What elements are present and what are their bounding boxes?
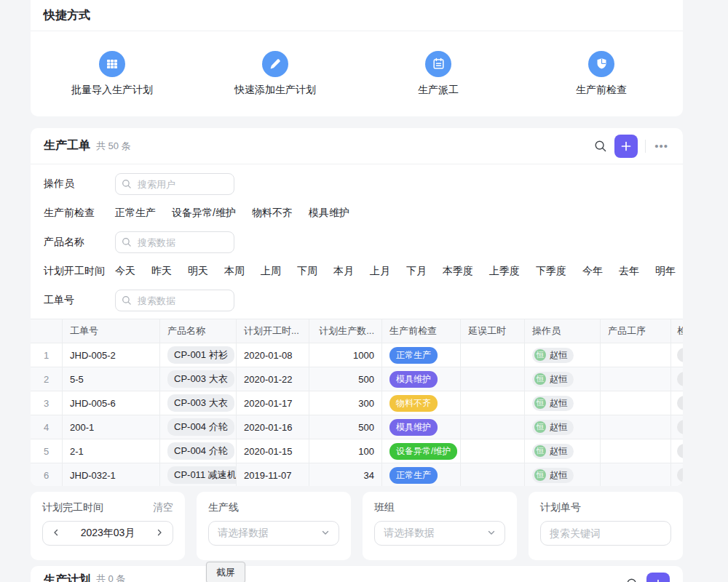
shortcut-quick-add[interactable]: 快速添加生产计划: [194, 31, 357, 116]
operator-name: 赵恒: [550, 421, 567, 434]
col-delay: 延误工时: [461, 319, 525, 343]
precheck-status-badge: 模具维护: [389, 419, 438, 436]
chevron-right-icon[interactable]: [155, 527, 164, 539]
order-no-search-input[interactable]: [115, 290, 234, 311]
select-placeholder: 请选择数据: [384, 527, 435, 540]
cell-product: CP-004 介轮: [160, 415, 237, 439]
filter-option[interactable]: 去年: [619, 265, 639, 278]
filter-option[interactable]: 上周: [261, 265, 281, 278]
filter-option[interactable]: 下月: [406, 265, 427, 278]
search-icon: [122, 179, 132, 189]
shortcut-label: 生产派工: [418, 84, 459, 97]
filter-option[interactable]: 上月: [370, 265, 390, 278]
add-button[interactable]: [614, 135, 638, 158]
filter-option[interactable]: 本季度: [443, 265, 473, 278]
production-plan-count: 共 0 条: [96, 573, 125, 582]
avatar: [677, 444, 683, 458]
divider: [645, 140, 646, 153]
filter-label: 操作员: [44, 178, 115, 191]
product-tag: CP-001 衬衫: [167, 346, 234, 364]
add-button[interactable]: [646, 573, 670, 582]
chevron-down-icon: [487, 527, 496, 539]
avatar: 恒: [534, 373, 546, 385]
shortcut-batch-import[interactable]: 批量导入生产计划: [31, 31, 194, 116]
operator-search-input[interactable]: [115, 173, 234, 195]
production-line-card: 生产线 请选择数据: [197, 492, 351, 560]
search-icon[interactable]: [626, 578, 639, 582]
filter-option[interactable]: 明年: [655, 265, 676, 278]
cell-precheck: 模具维护: [382, 415, 461, 439]
avatar: [677, 420, 683, 434]
cell-product: CP-011 减速机: [160, 463, 237, 486]
operator-chip: 恒赵恒: [532, 444, 574, 459]
col-qty: 计划生产数...: [309, 319, 382, 343]
col-process: 产品工序: [601, 319, 671, 343]
table-row[interactable]: 1JHD-005-2CP-001 衬衫2020-01-081000正常生产恒赵恒: [31, 343, 683, 367]
product-search-input[interactable]: [115, 231, 234, 253]
product-tag: CP-004 介轮: [167, 442, 234, 460]
filter-option[interactable]: 下周: [297, 265, 317, 278]
cell-inspector: [671, 463, 683, 486]
filter-option[interactable]: 今年: [582, 265, 603, 278]
cell-precheck: 正常生产: [382, 463, 461, 486]
table-row[interactable]: 52-1CP-004 介轮2020-01-15100设备异常/维护恒赵恒: [31, 439, 683, 463]
table-row[interactable]: 25-5CP-003 大衣2020-01-22500模具维护恒赵恒: [31, 367, 683, 391]
clear-button[interactable]: 清空: [153, 501, 173, 514]
shortcut-dispatch[interactable]: 生产派工: [357, 31, 520, 116]
filter-option[interactable]: 昨天: [151, 265, 172, 278]
production-line-select[interactable]: 请选择数据: [208, 521, 339, 546]
plan-no-input[interactable]: [540, 521, 671, 546]
shortcut-precheck[interactable]: 生产前检查: [520, 31, 683, 116]
cell-precheck: 正常生产: [382, 343, 461, 367]
pencil-icon: [262, 51, 288, 77]
precheck-status-badge: 物料不齐: [389, 395, 438, 412]
chevron-left-icon[interactable]: [52, 527, 60, 539]
cell-order-no: 5-5: [63, 367, 160, 391]
avatar: 恒: [534, 349, 546, 361]
team-select[interactable]: 请选择数据: [374, 521, 505, 546]
search-icon: [122, 295, 132, 306]
start-time-options: 今天昨天明天本周上周下周本月上月下月本季度上季度下季度今年去年明年: [115, 265, 676, 278]
month-picker[interactable]: 2023年03月: [42, 521, 173, 546]
filter-option[interactable]: 本周: [224, 265, 245, 278]
filter-option[interactable]: 正常生产: [115, 207, 156, 220]
filter-option[interactable]: 今天: [115, 265, 135, 278]
table-header-row: 工单号 产品名称 计划开工时... 计划生产数... 生产前检查 延误工时 操作…: [31, 319, 683, 343]
operator-chip: 恒赵恒: [532, 348, 574, 363]
operator-name: 赵恒: [550, 397, 567, 410]
operator-chip: 恒赵恒: [532, 372, 574, 387]
table-row[interactable]: 4200-1CP-004 介轮2020-01-16500模具维护恒赵恒: [31, 415, 683, 439]
table-row[interactable]: 6JHD-032-1CP-011 减速机2019-11-0734正常生产恒赵恒: [31, 463, 683, 486]
row-index: 1: [31, 343, 63, 367]
cell-start-date: 2020-01-17: [237, 391, 309, 415]
filter-option[interactable]: 明天: [188, 265, 208, 278]
cell-qty: 34: [309, 463, 382, 486]
work-orders-table: 工单号 产品名称 计划开工时... 计划生产数... 生产前检查 延误工时 操作…: [31, 319, 683, 486]
cell-inspector: [671, 367, 683, 391]
cell-qty: 500: [309, 367, 382, 391]
filter-label: 计划开工时间: [44, 265, 115, 278]
filter-option[interactable]: 下季度: [536, 265, 566, 278]
precheck-status-badge: 设备异常/维护: [389, 443, 457, 460]
filter-option[interactable]: 物料不齐: [252, 207, 293, 220]
filter-label: 工单号: [44, 294, 115, 307]
row-index: 6: [31, 463, 63, 486]
cell-inspector: [671, 343, 683, 367]
cell-precheck: 设备异常/维护: [382, 439, 461, 463]
table-row[interactable]: 3JHD-005-6CP-003 大衣2020-01-17300物料不齐恒赵恒: [31, 391, 683, 415]
filter-option[interactable]: 本月: [333, 265, 354, 278]
production-plan-title: 生产计划: [44, 573, 90, 582]
search-icon[interactable]: [594, 140, 607, 153]
screenshot-button[interactable]: 截屏: [206, 562, 245, 582]
cell-start-date: 2020-01-16: [237, 415, 309, 439]
filter-option[interactable]: 设备异常/维护: [172, 207, 236, 220]
col-operator: 操作员: [525, 319, 601, 343]
filter-option[interactable]: 模具维护: [309, 207, 349, 220]
precheck-status-badge: 正常生产: [389, 467, 438, 484]
col-order-no: 工单号: [63, 319, 160, 343]
row-index: 5: [31, 439, 63, 463]
more-menu-icon[interactable]: •••: [653, 140, 670, 152]
precheck-status-badge: 模具维护: [389, 371, 438, 388]
cell-order-no: JHD-005-6: [63, 391, 160, 415]
filter-option[interactable]: 上季度: [489, 265, 520, 278]
